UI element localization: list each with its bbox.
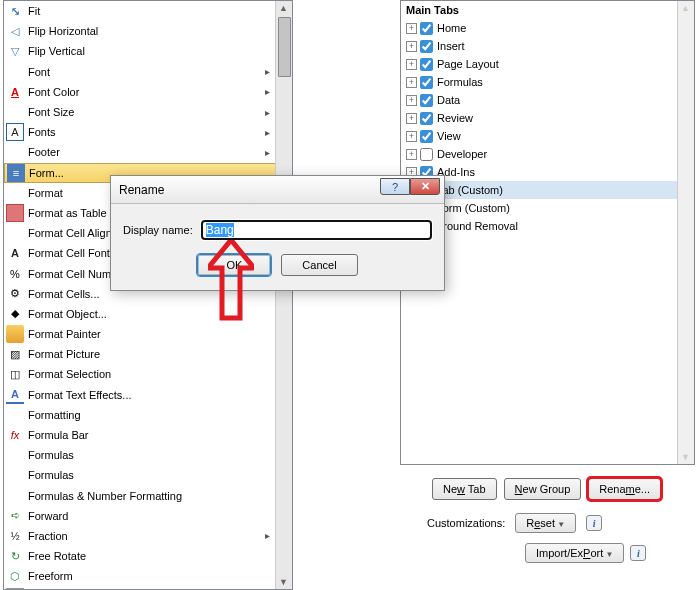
list-item[interactable]: Formulas & Number Formatting xyxy=(4,486,292,506)
list-item[interactable]: fxFormula Bar xyxy=(4,425,292,445)
tree-item[interactable]: +Insert xyxy=(401,37,694,55)
tree-checkbox[interactable] xyxy=(420,94,433,107)
new-tab-button[interactable]: New Tab xyxy=(432,478,497,500)
tree-item[interactable]: +Formulas xyxy=(401,73,694,91)
list-item-label: Format Object... xyxy=(28,308,292,320)
info-icon[interactable]: i xyxy=(586,515,602,531)
cancel-button[interactable]: Cancel xyxy=(281,254,357,276)
list-item[interactable]: ½Fraction▸ xyxy=(4,526,292,546)
display-name-input[interactable] xyxy=(201,220,432,240)
command-icon: ◆ xyxy=(6,305,24,323)
tree-item[interactable]: +Page Layout xyxy=(401,55,694,73)
tree-expander-icon[interactable]: + xyxy=(406,95,417,106)
customizations-label: Customizations: xyxy=(427,517,505,529)
tree-checkbox[interactable] xyxy=(420,58,433,71)
list-item[interactable]: Footer▸ xyxy=(4,142,292,162)
tree-expander-icon[interactable]: + xyxy=(406,41,417,52)
list-item[interactable]: ◆Format Object... xyxy=(4,304,292,324)
tree-expander-icon[interactable]: + xyxy=(406,113,417,124)
tree-item[interactable]: +View xyxy=(401,127,694,145)
command-icon xyxy=(6,184,24,202)
command-icon xyxy=(6,406,24,424)
tree-checkbox[interactable] xyxy=(420,148,433,161)
import-export-row: Import/ExPort i xyxy=(525,543,646,563)
right-scrollbar[interactable] xyxy=(677,1,694,464)
list-item[interactable]: AFont Color▸ xyxy=(4,82,292,102)
command-icon xyxy=(6,487,24,505)
command-icon xyxy=(6,446,24,464)
list-item[interactable]: ▽Flip Vertical xyxy=(4,41,292,61)
list-item[interactable]: AFonts▸ xyxy=(4,122,292,142)
tree-checkbox[interactable] xyxy=(420,112,433,125)
command-icon: A xyxy=(6,83,24,101)
reset-dropdown[interactable]: Reset xyxy=(515,513,576,533)
list-item[interactable]: ⬡Freeform xyxy=(4,566,292,586)
list-item[interactable]: Formatting xyxy=(4,405,292,425)
list-item-label: Formulas xyxy=(28,469,292,481)
new-group-button[interactable]: New Group xyxy=(504,478,582,500)
list-item[interactable]: Format Painter xyxy=(4,324,292,344)
tree-item[interactable]: +Home xyxy=(401,19,694,37)
command-icon: ⬡ xyxy=(6,567,24,585)
tree-checkbox[interactable] xyxy=(420,76,433,89)
list-item[interactable]: AFormat Text Effects... xyxy=(4,385,292,405)
command-icon: ⤡ xyxy=(6,2,24,20)
submenu-indicator-icon: ▸ xyxy=(265,107,270,118)
list-item[interactable]: Freeze Panes▸ xyxy=(4,586,292,590)
list-item[interactable]: Font▸ xyxy=(4,62,292,82)
list-item[interactable]: Formulas xyxy=(4,465,292,485)
command-icon: ▽ xyxy=(6,42,24,60)
import-export-dropdown[interactable]: Import/ExPort xyxy=(525,543,624,563)
list-item[interactable]: Formulas xyxy=(4,445,292,465)
list-item[interactable]: ◁Flip Horizontal xyxy=(4,21,292,41)
dialog-help-button[interactable]: ? xyxy=(380,178,410,195)
tree-expander-icon[interactable]: + xyxy=(406,149,417,160)
ok-button[interactable]: OK xyxy=(197,254,271,276)
command-icon xyxy=(6,204,24,222)
tree-checkbox[interactable] xyxy=(420,130,433,143)
tree-item[interactable]: +Review xyxy=(401,109,694,127)
list-item[interactable]: ⤡Fit xyxy=(4,1,292,21)
list-item[interactable]: ➪Forward xyxy=(4,506,292,526)
tree-expander-icon[interactable]: + xyxy=(406,131,417,142)
tree-expander-icon[interactable]: + xyxy=(406,59,417,70)
tree-item-label: View xyxy=(437,130,461,142)
command-icon: ⚙ xyxy=(6,285,24,303)
tree-expander-icon[interactable]: + xyxy=(406,23,417,34)
list-item-label: Format Picture xyxy=(28,348,292,360)
tree-item-label: Form (Custom) xyxy=(436,202,510,214)
list-item-label: Formulas xyxy=(28,449,292,461)
rename-dialog: Rename ? ✕ Display name: OK Cancel xyxy=(110,175,445,291)
tree-item[interactable]: +Data xyxy=(401,91,694,109)
list-item-label: Formulas & Number Formatting xyxy=(28,490,292,502)
dialog-titlebar[interactable]: Rename ? ✕ xyxy=(111,176,444,204)
list-item[interactable]: ▨Format Picture xyxy=(4,344,292,364)
list-item[interactable]: ◫Format Selection xyxy=(4,364,292,384)
list-item-label: Font Size xyxy=(28,106,292,118)
command-icon: ◫ xyxy=(6,365,24,383)
scrollbar-thumb[interactable] xyxy=(278,17,291,77)
info-icon[interactable]: i xyxy=(630,545,646,561)
submenu-indicator-icon: ▸ xyxy=(265,530,270,541)
tree-item-label: Insert xyxy=(437,40,465,52)
display-name-label: Display name: xyxy=(123,224,193,236)
tree-item-label: Formulas xyxy=(437,76,483,88)
tab-button-row: New Tab New Group Rename... xyxy=(432,478,661,500)
list-item[interactable]: Font Size▸ xyxy=(4,102,292,122)
commands-listbox[interactable]: ⤡Fit◁Flip Horizontal▽Flip VerticalFont▸A… xyxy=(3,0,293,590)
tree-item[interactable]: +Developer xyxy=(401,145,694,163)
rename-button[interactable]: Rename... xyxy=(588,478,661,500)
tree-checkbox[interactable] xyxy=(420,22,433,35)
left-scrollbar[interactable] xyxy=(275,1,292,589)
command-icon: ➪ xyxy=(6,507,24,525)
list-item-label: Formula Bar xyxy=(28,429,292,441)
list-item[interactable]: ↻Free Rotate xyxy=(4,546,292,566)
dialog-close-button[interactable]: ✕ xyxy=(410,178,440,195)
list-item-label: Font xyxy=(28,66,292,78)
tree-expander-icon[interactable]: + xyxy=(406,77,417,88)
tree-header: Main Tabs xyxy=(401,1,694,19)
tree-checkbox[interactable] xyxy=(420,40,433,53)
command-icon: ◁ xyxy=(6,22,24,40)
list-item-label: Freeform xyxy=(28,570,292,582)
list-item-label: Font Color xyxy=(28,86,292,98)
